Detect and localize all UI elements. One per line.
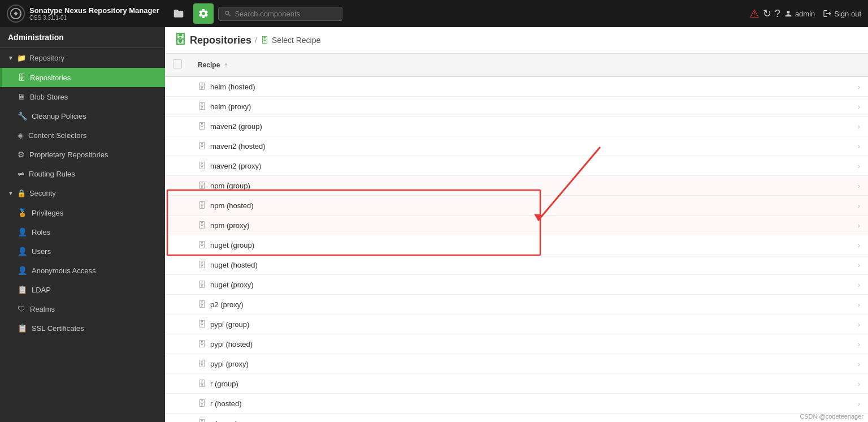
table-row[interactable]: 🗄 maven2 (proxy) › (165, 156, 868, 176)
row-chevron[interactable]: › (845, 235, 868, 255)
sidebar-item-users[interactable]: 👤 Users (0, 242, 165, 261)
table-row[interactable]: 🗄 nuget (group) › (165, 235, 868, 255)
breadcrumb-title: 🗄 Repositories (174, 33, 251, 48)
table-row[interactable]: 🗄 npm (proxy) › (165, 216, 868, 235)
row-chevron[interactable]: › (845, 295, 868, 315)
sidebar-item-anonymous-access[interactable]: 👤 Anonymous Access (0, 261, 165, 280)
row-checkbox-cell (165, 414, 190, 423)
sort-arrow: ↑ (224, 61, 228, 69)
row-db-icon: 🗄 (198, 320, 206, 329)
sidebar-item-cleanup-policies[interactable]: 🔧 Cleanup Policies (0, 106, 165, 126)
row-name-cell: 🗄 npm (group) (190, 176, 845, 195)
row-chevron[interactable]: › (845, 354, 868, 374)
sidebar-item-label: Cleanup Policies (32, 112, 86, 120)
search-icon (224, 10, 232, 18)
sidebar-item-label: Realms (30, 305, 55, 313)
row-name-cell: 🗄 helm (hosted) (190, 77, 845, 96)
table-row[interactable]: 🗄 npm (hosted) › (165, 196, 868, 216)
table-row[interactable]: 🗄 p2 (proxy) › (165, 295, 868, 315)
row-chevron[interactable]: › (845, 255, 868, 275)
row-db-icon: 🗄 (198, 359, 206, 368)
sidebar-item-repositories[interactable]: 🗄 Repositories (0, 68, 165, 87)
row-chevron[interactable]: › (845, 315, 868, 334)
table-row[interactable]: 🗄 maven2 (group) › (165, 117, 868, 136)
table-row[interactable]: 🗄 maven2 (hosted) › (165, 136, 868, 156)
sidebar-item-blob-stores[interactable]: 🖥 Blob Stores (0, 87, 165, 106)
row-chevron[interactable]: › (845, 394, 868, 414)
table-row[interactable]: 🗄 r (hosted) › (165, 394, 868, 414)
app-version: OSS 3.31.1-01 (29, 15, 159, 21)
row-chevron[interactable]: › (845, 196, 868, 216)
th-checkbox[interactable] (165, 54, 190, 76)
row-checkbox-cell (165, 315, 190, 334)
sidebar-item-content-selectors[interactable]: ◈ Content Selectors (0, 126, 165, 145)
row-chevron[interactable]: › (845, 216, 868, 235)
row-checkbox-cell (165, 176, 190, 196)
table-row[interactable]: 🗄 nuget (proxy) › (165, 275, 868, 295)
table-row[interactable]: 🗄 r (group) › (165, 374, 868, 394)
row-checkbox-cell (165, 216, 190, 235)
search-box[interactable] (218, 7, 342, 21)
sidebar-item-ldap[interactable]: 📋 LDAP (0, 280, 165, 299)
row-checkbox-cell (165, 374, 190, 394)
table-row[interactable]: 🗄 pypi (group) › (165, 315, 868, 334)
row-chevron[interactable]: › (845, 117, 868, 136)
roles-icon: 👤 (18, 227, 27, 236)
sidebar-item-label: Routing Rules (29, 170, 75, 178)
row-name-cell: 🗄 maven2 (proxy) (190, 156, 845, 175)
sidebar-item-routing-rules[interactable]: ⇌ Routing Rules (0, 164, 165, 183)
row-checkbox-cell (165, 76, 190, 97)
row-db-icon: 🗄 (198, 379, 206, 388)
row-name-cell: 🗄 pypi (proxy) (190, 354, 845, 373)
table-row[interactable]: 🗄 nuget (hosted) › (165, 255, 868, 275)
sidebar-section-repository[interactable]: ▼ 📁 Repository (0, 48, 165, 68)
browse-button[interactable] (168, 3, 189, 24)
sidebar-item-ssl-certificates[interactable]: 📋 SSL Certificates (0, 318, 165, 338)
sidebar-item-roles[interactable]: 👤 Roles (0, 222, 165, 242)
sidebar-item-proprietary-repos[interactable]: ⚙ Proprietary Repositories (0, 145, 165, 164)
row-db-icon: 🗄 (198, 280, 206, 289)
sidebar-section-security[interactable]: ▼ 🔒 Security (0, 183, 165, 203)
row-checkbox-cell (165, 97, 190, 117)
repositories-icon: 🗄 (18, 73, 25, 82)
table-row[interactable]: 🗄 r (proxy) › (165, 414, 868, 423)
help-icon[interactable]: ? (775, 8, 780, 20)
th-chevron (845, 54, 868, 76)
row-name: r (hosted) (210, 399, 242, 408)
table-row[interactable]: 🗄 helm (hosted) › (165, 76, 868, 97)
row-name-cell: 🗄 p2 (proxy) (190, 295, 845, 314)
row-name: nuget (proxy) (210, 281, 254, 289)
row-chevron[interactable]: › (845, 176, 868, 196)
row-db-icon: 🗄 (198, 399, 206, 408)
user-menu[interactable]: admin (784, 9, 815, 18)
row-chevron[interactable]: › (845, 76, 868, 97)
row-chevron[interactable]: › (845, 374, 868, 394)
row-chevron[interactable]: › (845, 97, 868, 117)
select-all-checkbox[interactable] (173, 59, 182, 68)
row-db-icon: 🗄 (198, 419, 206, 422)
signout-icon (823, 9, 832, 18)
search-input[interactable] (235, 10, 336, 18)
cleanup-icon: 🔧 (18, 111, 27, 120)
refresh-icon[interactable]: ↻ (763, 7, 771, 20)
db-icon-small: 🗄 (261, 36, 268, 45)
row-chevron[interactable]: › (845, 334, 868, 354)
row-chevron[interactable]: › (845, 275, 868, 295)
table-row[interactable]: 🗄 npm (group) › (165, 176, 868, 196)
th-recipe[interactable]: Recipe ↑ (190, 54, 845, 76)
sidebar-item-realms[interactable]: 🛡 Realms (0, 299, 165, 318)
alert-icon[interactable]: ⚠ (749, 7, 760, 20)
table-row[interactable]: 🗄 pypi (proxy) › (165, 354, 868, 374)
row-chevron[interactable]: › (845, 136, 868, 156)
admin-button[interactable] (193, 3, 214, 24)
table-row[interactable]: 🗄 helm (proxy) › (165, 97, 868, 117)
row-name: maven2 (proxy) (210, 162, 261, 170)
breadcrumb-separator: / (255, 36, 257, 45)
row-chevron[interactable]: › (845, 156, 868, 176)
row-name: maven2 (hosted) (210, 142, 266, 150)
signout-button[interactable]: Sign out (823, 9, 861, 18)
sidebar-item-label: Anonymous Access (32, 266, 96, 275)
row-name-cell: 🗄 maven2 (group) (190, 117, 845, 136)
table-row[interactable]: 🗄 pypi (hosted) › (165, 334, 868, 354)
sidebar-item-privileges[interactable]: 🏅 Privileges (0, 203, 165, 222)
